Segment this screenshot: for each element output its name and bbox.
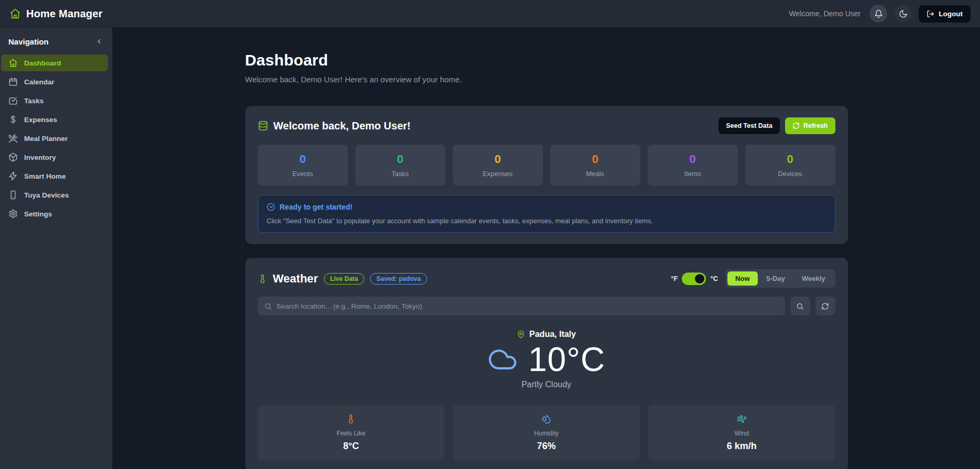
sidebar-item-label: Meal Planner [24, 135, 68, 143]
weather-card: Weather Live Data Saved: padova °F °C No… [245, 258, 848, 469]
search-icon [796, 302, 804, 310]
live-data-badge: Live Data [324, 273, 364, 285]
stat-label: Meals [554, 170, 636, 178]
tab-now[interactable]: Now [727, 271, 757, 286]
tab-5-day[interactable]: 5-Day [759, 271, 793, 286]
search-submit-button[interactable] [790, 297, 810, 315]
sidebar-title: Navigation [8, 37, 49, 46]
notice-text: Click "Seed Test Data" to populate your … [267, 217, 826, 225]
location-name: Padua, Italy [529, 330, 576, 339]
sidebar-item-meal-planner[interactable]: Meal Planner [1, 130, 108, 147]
refresh-button[interactable]: Refresh [785, 117, 835, 134]
check-circle-icon [267, 203, 275, 211]
top-navbar: Home Manager Welcome, Demo User Logout [0, 0, 980, 27]
database-icon [258, 121, 268, 131]
weather-view-tabs: Now 5-Day Weekly [725, 269, 835, 288]
stats-grid: 0 Events 0 Tasks 0 Expenses 0 Meals 0 [258, 145, 835, 186]
smartphone-icon [8, 190, 18, 200]
sidebar-item-expenses[interactable]: Expenses [1, 111, 108, 128]
sidebar-item-tuya-devices[interactable]: Tuya Devices [1, 187, 108, 203]
sidebar-item-label: Dashboard [24, 59, 61, 67]
sidebar-item-calendar[interactable]: Calendar [1, 73, 108, 90]
weather-refresh-button[interactable] [815, 297, 835, 315]
notifications-button[interactable] [869, 5, 887, 23]
refresh-label: Refresh [803, 122, 828, 129]
dollar-icon [8, 115, 18, 124]
thermometer-icon [258, 274, 267, 283]
metric-tile-feels-like: Feels Like 8°C [258, 405, 445, 461]
moon-icon [899, 9, 908, 18]
refresh-icon [792, 122, 800, 129]
stat-tile-meals: 0 Meals [550, 145, 640, 186]
zap-icon [8, 171, 18, 181]
metric-tile-humidity: Humidity 76% [453, 405, 640, 461]
stat-value: 0 [652, 152, 734, 166]
stat-tile-expenses: 0 Expenses [453, 145, 543, 186]
house-icon [9, 8, 21, 19]
stat-tile-items: 0 Items [648, 145, 738, 186]
sidebar-item-label: Smart Home [24, 172, 66, 180]
sidebar: Navigation Dashboard Calendar Tasks Expe… [0, 27, 113, 469]
celsius-label: °C [710, 275, 718, 282]
utensils-icon [8, 134, 18, 143]
page-subtitle: Welcome back, Demo User! Here's an overv… [245, 75, 848, 84]
stat-label: Events [262, 170, 344, 178]
check-square-icon [8, 96, 18, 105]
welcome-card-title: Welcome back, Demo User! [274, 120, 411, 132]
sidebar-nav: Dashboard Calendar Tasks Expenses Meal P… [0, 53, 112, 225]
thermometer-icon [263, 414, 440, 424]
stat-label: Items [652, 170, 734, 178]
weather-metrics: Feels Like 8°C Humidity 76% Wind 6 km/h [258, 405, 835, 461]
stat-value: 0 [457, 152, 539, 166]
tab-weekly[interactable]: Weekly [794, 271, 833, 286]
metric-value: 6 km/h [654, 441, 830, 452]
stat-label: Expenses [457, 170, 539, 178]
welcome-card: Welcome back, Demo User! Seed Test Data … [245, 106, 848, 244]
metric-value: 8°C [263, 441, 440, 452]
sidebar-item-label: Tuya Devices [24, 191, 69, 199]
stat-tile-devices: 0 Devices [745, 145, 835, 186]
theme-toggle-button[interactable] [894, 5, 912, 23]
chevron-left-icon [95, 38, 103, 45]
stat-value: 0 [554, 152, 636, 166]
logout-button[interactable]: Logout [919, 5, 971, 23]
fahrenheit-label: °F [671, 275, 678, 282]
sidebar-item-smart-home[interactable]: Smart Home [1, 168, 108, 184]
app-brand: Home Manager [9, 8, 103, 20]
sidebar-item-label: Tasks [24, 97, 43, 105]
droplets-icon [458, 414, 635, 424]
sidebar-collapse-button[interactable] [94, 37, 104, 46]
stat-tile-events: 0 Events [258, 145, 348, 186]
home-icon [8, 58, 18, 68]
logout-label: Logout [939, 10, 963, 18]
map-pin-icon [517, 330, 525, 339]
metric-label: Feels Like [263, 430, 440, 437]
search-icon [264, 302, 272, 310]
sidebar-item-settings[interactable]: Settings [1, 205, 108, 222]
stat-value: 0 [749, 152, 831, 166]
weather-title: Weather [273, 272, 318, 286]
bell-icon [874, 9, 883, 18]
seed-test-data-button[interactable]: Seed Test Data [718, 117, 780, 134]
sidebar-item-dashboard[interactable]: Dashboard [1, 54, 108, 71]
location-search-input[interactable] [277, 302, 779, 310]
calendar-icon [8, 77, 18, 86]
current-temperature: 10°C [528, 340, 605, 379]
sidebar-item-label: Calendar [24, 78, 55, 86]
sidebar-item-label: Inventory [24, 154, 56, 161]
gear-icon [8, 209, 18, 219]
app-title: Home Manager [26, 8, 103, 20]
weather-condition: Partly Cloudy [258, 380, 835, 389]
cloud-icon [487, 344, 518, 375]
unit-toggle[interactable] [682, 272, 706, 285]
sidebar-item-tasks[interactable]: Tasks [1, 92, 108, 109]
package-icon [8, 152, 18, 162]
sidebar-item-label: Settings [24, 210, 52, 218]
stat-label: Devices [749, 170, 831, 178]
welcome-user-text: Welcome, Demo User [789, 9, 861, 18]
sidebar-item-inventory[interactable]: Inventory [1, 149, 108, 166]
location-search-box [258, 297, 785, 315]
notice-title: Ready to get started! [280, 203, 353, 211]
stat-value: 0 [262, 152, 344, 166]
wind-icon [654, 414, 830, 424]
